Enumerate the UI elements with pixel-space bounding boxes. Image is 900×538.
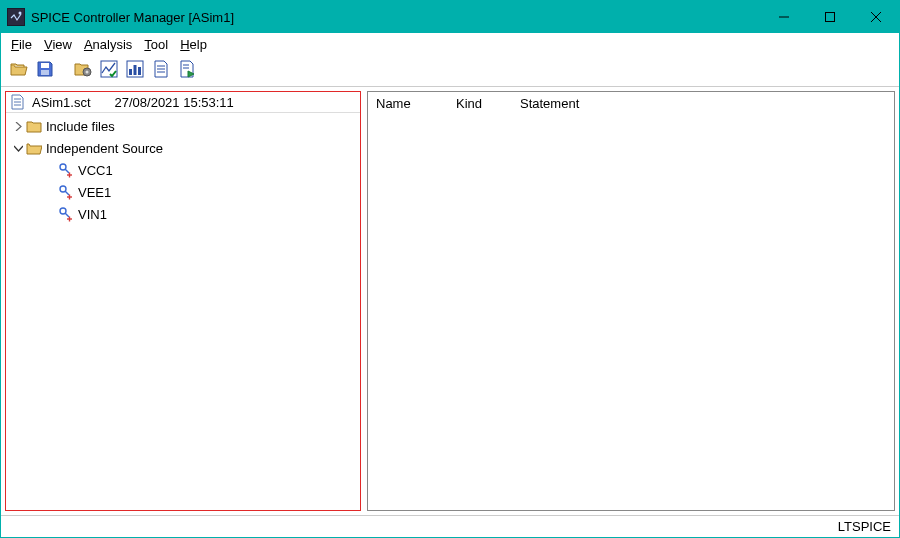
- chart-bars-icon: [126, 60, 144, 81]
- tree-header[interactable]: ASim1.sct 27/08/2021 15:53:11: [6, 92, 360, 113]
- tree-node-independent-source[interactable]: Independent Source: [6, 137, 360, 159]
- analysis-bars-button[interactable]: [123, 59, 147, 83]
- window-title: SPICE Controller Manager [ASim1]: [31, 10, 234, 25]
- tree-leaf-label: VEE1: [78, 185, 111, 200]
- tree-node-label: Include files: [46, 119, 115, 134]
- chart-check-icon: [100, 60, 118, 81]
- menu-analysis[interactable]: Analysis: [78, 35, 138, 54]
- tree-filename: ASim1.sct: [32, 95, 91, 110]
- svg-point-0: [19, 12, 22, 15]
- folder-open-icon: [26, 140, 42, 156]
- tree: Include files Independent Source VCC1: [6, 113, 360, 227]
- column-header-statement[interactable]: Statement: [520, 96, 886, 111]
- folder-icon: [26, 118, 42, 134]
- folder-gear-icon: [74, 60, 92, 81]
- column-header-name[interactable]: Name: [376, 96, 432, 111]
- tree-node-include-files[interactable]: Include files: [6, 115, 360, 137]
- column-header-kind[interactable]: Kind: [456, 96, 496, 111]
- menubar: File View Analysis Tool Help: [1, 33, 899, 55]
- list-header: Name Kind Statement: [368, 92, 894, 115]
- folder-open-icon: [10, 60, 28, 81]
- open-settings-button[interactable]: [71, 59, 95, 83]
- svg-rect-13: [138, 67, 141, 75]
- chevron-down-icon[interactable]: [10, 140, 26, 156]
- toolbar: [1, 55, 899, 87]
- app-icon: [7, 8, 25, 26]
- menu-file[interactable]: File: [5, 35, 38, 54]
- tree-leaf-source[interactable]: VCC1: [6, 159, 360, 181]
- svg-rect-2: [826, 13, 835, 22]
- tree-node-label: Independent Source: [46, 141, 163, 156]
- svg-rect-5: [41, 63, 49, 68]
- save-button[interactable]: [33, 59, 57, 83]
- chevron-right-icon[interactable]: [10, 118, 26, 134]
- status-engine: LTSPICE: [838, 519, 891, 534]
- run-document-button[interactable]: [175, 59, 199, 83]
- svg-rect-12: [134, 65, 137, 75]
- floppy-icon: [36, 60, 54, 81]
- svg-point-8: [86, 71, 89, 74]
- app-window: SPICE Controller Manager [ASim1] File Vi…: [0, 0, 900, 538]
- statusbar: LTSPICE: [1, 515, 899, 537]
- close-button[interactable]: [853, 1, 899, 33]
- open-button[interactable]: [7, 59, 31, 83]
- tree-leaf-label: VCC1: [78, 163, 113, 178]
- source-icon: [58, 184, 74, 200]
- tree-pane: ASim1.sct 27/08/2021 15:53:11 Include fi…: [5, 91, 361, 511]
- svg-rect-11: [129, 69, 132, 75]
- tree-timestamp: 27/08/2021 15:53:11: [115, 95, 234, 110]
- menu-view[interactable]: View: [38, 35, 78, 54]
- tree-leaf-label: VIN1: [78, 207, 107, 222]
- tree-leaf-source[interactable]: VEE1: [6, 181, 360, 203]
- tree-leaf-source[interactable]: VIN1: [6, 203, 360, 225]
- document-icon: [10, 94, 26, 110]
- menu-tool[interactable]: Tool: [138, 35, 174, 54]
- titlebar: SPICE Controller Manager [ASim1]: [1, 1, 899, 33]
- menu-help[interactable]: Help: [174, 35, 213, 54]
- content-area: ASim1.sct 27/08/2021 15:53:11 Include fi…: [1, 87, 899, 515]
- maximize-button[interactable]: [807, 1, 853, 33]
- svg-rect-6: [41, 70, 49, 75]
- list-pane: Name Kind Statement: [367, 91, 895, 511]
- analysis-chart-button[interactable]: [97, 59, 121, 83]
- document-button[interactable]: [149, 59, 173, 83]
- source-icon: [58, 206, 74, 222]
- document-play-icon: [178, 60, 196, 81]
- minimize-button[interactable]: [761, 1, 807, 33]
- document-icon: [152, 60, 170, 81]
- source-icon: [58, 162, 74, 178]
